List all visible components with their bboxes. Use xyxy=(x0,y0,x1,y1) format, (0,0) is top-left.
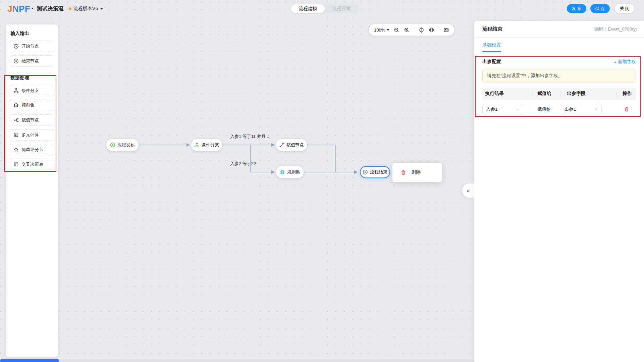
node-label: 条件分支 xyxy=(202,142,219,148)
panel-tabs: 基础设置 xyxy=(474,38,644,52)
edge-label-condition-1: 入参1 等于11 并且 ... xyxy=(230,134,270,140)
panel-header: 流程结束 编码：Event_0780tyj xyxy=(474,21,644,38)
edge-label-condition-2: 入参2 等于22 xyxy=(230,161,256,167)
table-row: 入参1 赋值给 出参1 xyxy=(482,100,636,119)
node-code: 编码：Event_0780tyj xyxy=(594,26,637,32)
decision-flow-designer: 入参1 等于11 并且 ... 入参2 等于22 流程发起 条件分支 赋值节点 … xyxy=(0,0,644,362)
canvas-hscrollbar-track xyxy=(0,359,474,362)
output-field-select[interactable]: 出参1 xyxy=(561,104,602,115)
toolbar-divider xyxy=(414,27,414,33)
chevron-down-icon xyxy=(594,107,598,111)
zoom-level-dropdown[interactable]: 100% xyxy=(374,28,389,33)
node-assign-value[interactable]: 赋值节点 xyxy=(276,139,307,151)
node-label: 赋值节点 xyxy=(286,142,304,148)
layers-icon xyxy=(280,169,285,175)
add-field-label: 新增字段 xyxy=(618,59,636,65)
node-flow-start[interactable]: 流程发起 xyxy=(106,139,139,151)
chevron-down-icon xyxy=(516,107,520,111)
stop-circle-icon xyxy=(363,169,368,175)
plus-icon: + xyxy=(613,59,616,64)
properties-panel: 流程结束 编码：Event_0780tyj 基础设置 出参配置 + 新增字段 请… xyxy=(474,21,644,362)
zoom-in-icon[interactable] xyxy=(404,27,410,33)
column-header: 操作 xyxy=(616,88,636,100)
center-target-icon[interactable] xyxy=(419,27,424,33)
curve-arrow-icon xyxy=(279,142,284,148)
double-chevron-right-icon: » xyxy=(467,187,470,194)
panel-collapse-button[interactable]: » xyxy=(462,184,474,198)
chevron-down-icon xyxy=(387,29,389,31)
table-header-row: 执行结果 赋值给 出参字段 操作 xyxy=(482,88,636,100)
column-header: 执行结果 xyxy=(482,88,533,100)
play-circle-icon xyxy=(110,142,115,148)
notice-banner: 请先在“流程设置”中，添加出参字段。 xyxy=(482,69,636,83)
branch-icon xyxy=(194,142,200,148)
node-context-menu: 删除 xyxy=(392,163,442,182)
globe-fit-icon[interactable] xyxy=(429,27,434,33)
toolbar-divider xyxy=(439,27,439,33)
column-header: 赋值给 xyxy=(533,88,561,100)
canvas-hscrollbar-thumb[interactable] xyxy=(0,359,59,362)
node-label: 流程结束 xyxy=(370,169,387,175)
zoom-out-icon[interactable] xyxy=(394,27,399,33)
canvas-toolbar: 100% xyxy=(369,24,454,36)
node-ruleset[interactable]: 规则集 xyxy=(276,166,304,178)
output-config-section: 出参配置 + 新增字段 请先在“流程设置”中，添加出参字段。 执行结果 赋值给 … xyxy=(474,52,644,119)
select-value: 入参1 xyxy=(486,106,498,112)
trash-icon xyxy=(400,170,406,175)
delete-row-button[interactable] xyxy=(624,107,629,112)
node-condition-branch[interactable]: 条件分支 xyxy=(191,139,222,151)
trash-icon xyxy=(624,107,629,112)
node-label: 规则集 xyxy=(287,169,300,175)
zoom-level-value: 100% xyxy=(374,28,385,33)
tab-basic-settings[interactable]: 基础设置 xyxy=(482,42,501,52)
panel-title: 流程结束 xyxy=(482,26,502,32)
assign-to-text: 赋值给 xyxy=(533,106,561,112)
section-title: 出参配置 xyxy=(482,59,501,65)
execution-result-select[interactable]: 入参1 xyxy=(482,104,523,115)
column-header: 出参字段 xyxy=(561,88,616,100)
add-field-button[interactable]: + 新增字段 xyxy=(613,59,636,65)
select-value: 出参1 xyxy=(565,106,576,112)
node-flow-end[interactable]: 流程结束 xyxy=(360,166,390,178)
delete-menu-item[interactable]: 删除 xyxy=(411,169,421,175)
output-mapping-table: 执行结果 赋值给 出参字段 操作 入参1 赋值给 出参 xyxy=(482,88,636,119)
minimap-icon[interactable] xyxy=(443,27,449,33)
node-label: 流程发起 xyxy=(117,142,135,148)
